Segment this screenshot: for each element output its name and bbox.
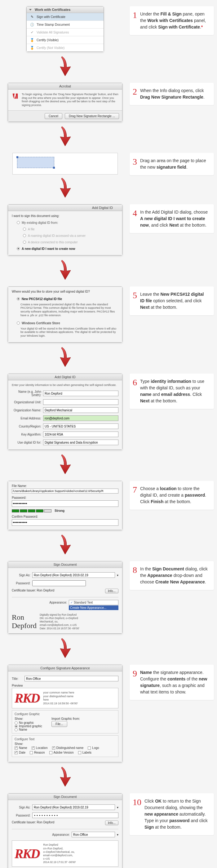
strength-text: Strong bbox=[55, 509, 64, 513]
chk-date[interactable]: Date bbox=[14, 751, 25, 754]
arrow-icon bbox=[56, 533, 74, 555]
sign-with-certificate-item[interactable]: ✎ Sign with Certificate bbox=[27, 13, 103, 21]
file-path-input[interactable] bbox=[12, 489, 118, 494]
radio-existing[interactable]: My existing digital ID from: bbox=[12, 219, 118, 226]
pen-icon: ✎ bbox=[30, 14, 34, 19]
radio-windows-store[interactable]: Windows Certificate Store bbox=[12, 320, 118, 327]
radio-name-graphic[interactable]: Name bbox=[14, 728, 42, 731]
sign-document-dialog: Sign Document Sign As:▾ Password: Certif… bbox=[8, 561, 122, 633]
certify-visible-item[interactable]: 🏅 Certify (Visible) bbox=[27, 36, 103, 44]
password-final-input[interactable] bbox=[32, 812, 118, 818]
step-7-desc: Choose a location to store the digital I… bbox=[140, 486, 209, 505]
step-3-desc: Drag an area on the page to place the ne… bbox=[140, 157, 209, 170]
radio-file: A file bbox=[12, 226, 118, 232]
arrow-icon bbox=[56, 765, 74, 787]
sig-detail-final: Ron Depford cn=Ron Depford, o=Depford Me… bbox=[43, 843, 75, 864]
step-2-desc: When the Info dialog opens, click Drag N… bbox=[140, 87, 209, 100]
arrow-icon bbox=[56, 55, 74, 76]
step-4-text: 4 In the Add Digital ID dialog, choose A… bbox=[130, 204, 214, 233]
work-with-certificates-panel: Work with Certificates ✎ Sign with Certi… bbox=[26, 6, 104, 52]
step-1-desc: Under the Fill & Sign pane, open the Wor… bbox=[140, 11, 209, 30]
panel-title: Work with Certificates bbox=[35, 8, 70, 11]
step-2-text: 2 When the Info dialog opens, click Drag… bbox=[130, 83, 214, 105]
password-label: Password: bbox=[12, 496, 118, 499]
clock-icon: 🕔 bbox=[30, 22, 34, 27]
preview-detail: your common name here your distinguished… bbox=[43, 691, 78, 706]
timestamp-item[interactable]: 🕔 Time Stamp Document bbox=[27, 21, 103, 29]
step-9-text: 9 Name the signature appearance. Configu… bbox=[130, 664, 214, 700]
sign-document-final-dialog: Sign Document Sign As:▾ Password: Certif… bbox=[8, 793, 122, 868]
ribbon-outline-icon: 🏅 bbox=[30, 45, 34, 50]
appearance-final-select[interactable] bbox=[72, 832, 115, 837]
identity-prompt: Enter your identity information to be us… bbox=[12, 383, 118, 389]
arrow-icon bbox=[56, 176, 74, 198]
info-text: To begin signing, choose the 'Drag New S… bbox=[22, 93, 118, 107]
sign-password-input[interactable] bbox=[32, 580, 86, 586]
radio-device: A device connected to this computer bbox=[12, 239, 118, 246]
arrow-icon bbox=[56, 125, 74, 147]
password-input[interactable] bbox=[12, 500, 118, 507]
appearance-title-input[interactable] bbox=[25, 676, 118, 681]
org-input[interactable] bbox=[43, 407, 118, 413]
info-button[interactable]: Info... bbox=[105, 589, 118, 593]
confirm-label: Confirm Password: bbox=[12, 515, 118, 518]
step-7-text: 7 Choose a location to store the digital… bbox=[130, 481, 214, 509]
radio-no-graphic[interactable]: No graphic bbox=[14, 721, 42, 724]
store-id-dialog: Where would you like to store your self-… bbox=[8, 286, 122, 343]
step-10-text: 10 Click OK to return to the Sign Docume… bbox=[130, 793, 214, 835]
chk-logo[interactable]: Logo bbox=[88, 746, 99, 750]
chevron-down-icon bbox=[29, 9, 32, 10]
unit-input[interactable] bbox=[43, 399, 118, 405]
text-section-title: Configure Text bbox=[14, 738, 116, 741]
use-select[interactable] bbox=[43, 440, 118, 445]
signature-preview-name: Ron Depford bbox=[12, 613, 37, 630]
step-4-desc: In the Add Digital ID dialog, choose A n… bbox=[140, 209, 209, 228]
issuer-text: Certificate Issuer: Ron Depford bbox=[12, 589, 54, 593]
identity-dialog: Add Digital ID Enter your identity infor… bbox=[8, 374, 122, 450]
signature-drag-area[interactable] bbox=[12, 153, 118, 175]
chk-name[interactable]: Name bbox=[14, 746, 27, 750]
drag-rectangle-button[interactable]: Drag New Signature Rectangle ... bbox=[65, 113, 119, 119]
step-8-text: 8 In the Sign Document dialog, click the… bbox=[130, 561, 214, 590]
validate-icon: ✔ bbox=[30, 30, 34, 34]
cancel-button[interactable]: Cancel bbox=[44, 113, 62, 119]
step-9-desc: Name the signature appearance. Configure… bbox=[140, 669, 209, 695]
radio-imported-graphic[interactable]: Imported graphic bbox=[14, 724, 42, 728]
rkd-graphic: RKD bbox=[14, 691, 39, 706]
radio-pkcs12[interactable]: New PKCS#12 digital ID file bbox=[12, 296, 118, 302]
step-6-desc: Type identity information to use with th… bbox=[140, 378, 209, 404]
import-file-button[interactable]: File... bbox=[52, 721, 67, 727]
drag-selection bbox=[17, 157, 54, 168]
step-5-text: 5 Leave the New PKCS#12 digital ID file … bbox=[130, 286, 214, 315]
step-8-desc: In the Sign Document dialog, click the A… bbox=[140, 566, 209, 585]
preview-label: Preview bbox=[12, 683, 118, 688]
email-input[interactable] bbox=[43, 415, 118, 421]
radio-new-id[interactable]: A new digital ID I want to create now bbox=[12, 246, 118, 252]
confirm-password-input[interactable] bbox=[12, 519, 118, 526]
step-5-desc: Leave the New PKCS#12 digital ID file op… bbox=[140, 291, 209, 311]
chk-reason[interactable]: Reason bbox=[30, 751, 44, 754]
chk-labels[interactable]: Labels bbox=[78, 751, 91, 754]
chk-dn[interactable]: Distinguished name bbox=[52, 746, 84, 750]
info-button-final[interactable]: Info... bbox=[105, 820, 118, 825]
prompt-text: Where would you like to store your self-… bbox=[12, 290, 118, 296]
step-3-text: 3 Drag an area on the page to place the … bbox=[130, 153, 214, 175]
radio-roaming: A roaming digital ID accessed via a serv… bbox=[12, 232, 118, 239]
step-6-text: 6 Type identity information to use with … bbox=[130, 374, 214, 409]
add-digital-id-dialog: Add Digital ID I want to sign this docum… bbox=[8, 204, 122, 255]
strength-meter bbox=[12, 509, 52, 513]
adobe-logo-icon bbox=[12, 93, 19, 99]
graphic-section-title: Configure Graphic bbox=[14, 712, 116, 716]
info-dialog: Acrobat To begin signing, choose the 'Dr… bbox=[8, 83, 122, 122]
step-1-text: 1 Under the Fill & Sign pane, open the W… bbox=[130, 6, 214, 35]
appearance-value: Standard Text bbox=[74, 601, 93, 604]
key-select[interactable] bbox=[43, 432, 118, 437]
create-appearance-option[interactable]: Create New Appearance... bbox=[69, 606, 118, 610]
country-select[interactable] bbox=[43, 424, 118, 429]
signas-select[interactable] bbox=[32, 572, 115, 578]
configure-appearance-dialog: Configure Signature Appearance Title: Pr… bbox=[8, 664, 122, 762]
chk-version[interactable]: Adobe Version bbox=[49, 751, 74, 754]
name-input[interactable] bbox=[43, 391, 118, 396]
chk-location[interactable]: Location bbox=[32, 746, 48, 750]
signas-select-final[interactable] bbox=[32, 804, 115, 810]
